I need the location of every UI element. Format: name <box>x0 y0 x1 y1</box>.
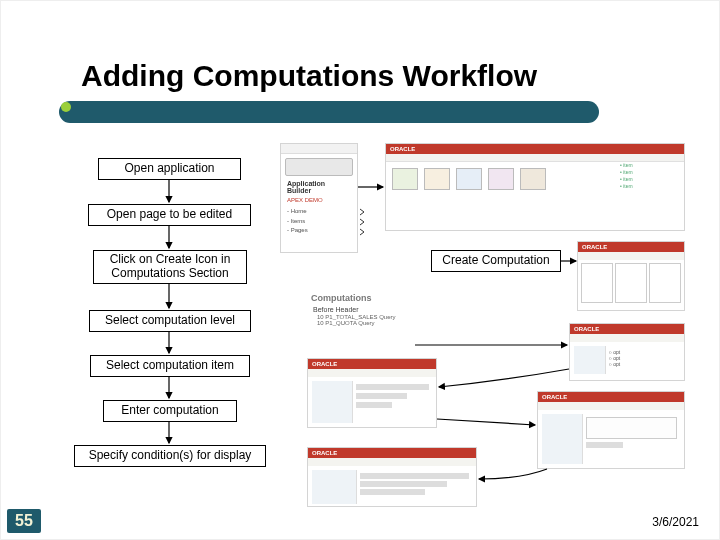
oracle-brand-bar: ORACLE <box>308 448 476 458</box>
step-specify-condition: Specify condition(s) for display <box>74 445 266 467</box>
svg-line-9 <box>437 419 535 425</box>
step-open-application: Open application <box>98 158 241 180</box>
slide-date: 3/6/2021 <box>652 515 699 529</box>
slide-title: Adding Computations Workflow <box>81 59 537 93</box>
page-number: 55 <box>7 509 41 533</box>
oracle-brand-bar: ORACLE <box>308 359 436 369</box>
title-bullet <box>61 102 71 112</box>
step-open-page: Open page to be edited <box>88 204 251 226</box>
thumb-computations-section: Computations Before Header 10 P1_TOTAL_S… <box>307 291 415 349</box>
thumb-page-def: ORACLE <box>577 241 685 311</box>
thumb-wizard-enter: ORACLE <box>537 391 685 469</box>
step-select-level: Select computation level <box>89 310 251 332</box>
oracle-brand-bar: ORACLE <box>570 324 684 334</box>
title-rule <box>59 101 599 123</box>
computations-header-label: Computations <box>307 291 415 305</box>
step-click-create-icon: Click on Create Icon in Computations Sec… <box>93 250 247 284</box>
thumb-app-home: ORACLE • item• item• item• item <box>385 143 685 231</box>
thumb-app-builder: Application Builder APEX DEMO - Home- It… <box>280 143 358 253</box>
callout-create-computation: Create Computation <box>431 250 561 272</box>
oracle-brand-bar: ORACLE <box>578 242 684 252</box>
thumb-wizard-level: ORACLE ○ opt○ opt○ opt <box>569 323 685 381</box>
thumb-wizard-condition: ORACLE <box>307 447 477 507</box>
thumb-wizard-item: ORACLE <box>307 358 437 428</box>
oracle-brand-bar: ORACLE <box>538 392 684 402</box>
step-select-item: Select computation item <box>90 355 250 377</box>
step-enter-computation: Enter computation <box>103 400 237 422</box>
oracle-brand-bar: ORACLE <box>386 144 684 154</box>
